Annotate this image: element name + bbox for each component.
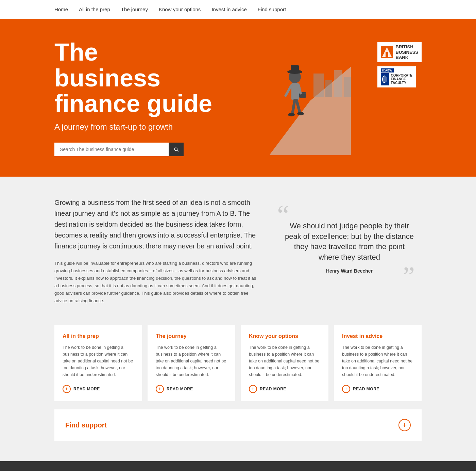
- nav-find-support[interactable]: Find support: [258, 0, 286, 19]
- main-content: Growing a business from the first seed o…: [0, 177, 476, 461]
- svg-rect-18: [386, 52, 388, 57]
- hero-figure-svg: [242, 39, 351, 155]
- nav-the-journey[interactable]: The journey: [121, 0, 148, 19]
- svg-line-12: [296, 100, 300, 113]
- card-read-more-1[interactable]: + READ MORE: [156, 385, 227, 393]
- hero-left: The business finance guide A journey fro…: [54, 39, 216, 177]
- card-title-1: The journey: [156, 333, 227, 339]
- read-more-circle-0: +: [63, 385, 71, 393]
- intro-row: Growing a business from the first seed o…: [54, 197, 422, 305]
- nav-invest-in-advice[interactable]: Invest in advice: [211, 0, 247, 19]
- svg-rect-2: [325, 80, 332, 97]
- card-body-1: The work to be done in getting a busines…: [156, 344, 227, 378]
- footer: © 2016 The business finance guide, Briti…: [0, 461, 476, 471]
- quote-block: “ We should not judge people by their pe…: [277, 204, 422, 286]
- quote-open-mark: “: [277, 204, 289, 226]
- intro-small-text: This guide will be invaluable for entrep…: [54, 260, 257, 305]
- hero-section: The business finance guide A journey fro…: [0, 19, 476, 177]
- search-button[interactable]: [169, 143, 184, 156]
- card-title-0: All in the prep: [63, 333, 134, 339]
- card-title-3: Invest in advice: [342, 333, 413, 339]
- svg-line-15: [286, 85, 291, 96]
- find-support-title: Find support: [65, 421, 107, 429]
- card-body-3: The work to be done in getting a busines…: [342, 344, 413, 378]
- hero-logos: BRITISH BUSINESS BANK ICAEW CORPORATE: [377, 42, 422, 87]
- quote-author: Henry Ward Beecher: [284, 268, 415, 274]
- svg-point-13: [288, 113, 295, 116]
- card-title-2: Know your options: [249, 333, 320, 339]
- svg-point-14: [297, 112, 304, 115]
- card-read-more-2[interactable]: + READ MORE: [249, 385, 320, 393]
- find-support-button[interactable]: +: [398, 419, 411, 431]
- card-the-journey: The journey The work to be done in getti…: [148, 325, 235, 401]
- search-input[interactable]: [54, 143, 169, 156]
- hero-illustration: [216, 39, 377, 155]
- svg-line-16: [299, 85, 301, 93]
- find-support-banner[interactable]: Find support +: [54, 409, 422, 441]
- card-read-more-0[interactable]: + READ MORE: [63, 385, 134, 393]
- intro-left: Growing a business from the first seed o…: [54, 197, 257, 305]
- read-more-circle-3: +: [342, 385, 350, 393]
- card-body-0: The work to be done in getting a busines…: [63, 344, 134, 378]
- search-bar: [54, 143, 184, 156]
- icaew-logo: ICAEW CORPORATE FINANCE FACULTY: [377, 66, 416, 87]
- svg-rect-7: [291, 65, 299, 72]
- quote-close-mark: ”: [284, 274, 415, 279]
- card-know-your-options: Know your options The work to be done in…: [241, 325, 328, 401]
- nav-know-your-options[interactable]: Know your options: [159, 0, 201, 19]
- main-nav: Home All in the prep The journey Know yo…: [0, 0, 476, 19]
- quote-text: We should not judge people by their peak…: [284, 221, 415, 263]
- read-more-circle-1: +: [156, 385, 164, 393]
- read-more-circle-2: +: [249, 385, 257, 393]
- svg-rect-4: [344, 77, 351, 97]
- british-business-bank-logo: BRITISH BUSINESS BANK: [377, 42, 422, 62]
- intro-large-text: Growing a business from the first seed o…: [54, 197, 257, 251]
- quote-block-container: “ We should not judge people by their pe…: [277, 197, 422, 305]
- nav-home[interactable]: Home: [54, 0, 68, 19]
- nav-all-in-the-prep[interactable]: All in the prep: [79, 0, 110, 19]
- hero-subtitle: A journey from start-up to growth: [54, 122, 216, 132]
- hero-title: The business finance guide: [54, 39, 216, 117]
- svg-rect-1: [313, 74, 324, 97]
- card-body-2: The work to be done in getting a busines…: [249, 344, 320, 378]
- card-read-more-3[interactable]: + READ MORE: [342, 385, 413, 393]
- card-all-in-the-prep: All in the prep The work to be done in g…: [54, 325, 142, 401]
- cards-row: All in the prep The work to be done in g…: [54, 325, 422, 401]
- svg-line-11: [292, 100, 295, 114]
- card-invest-in-advice: Invest in advice The work to be done in …: [334, 325, 422, 401]
- svg-rect-3: [334, 70, 342, 97]
